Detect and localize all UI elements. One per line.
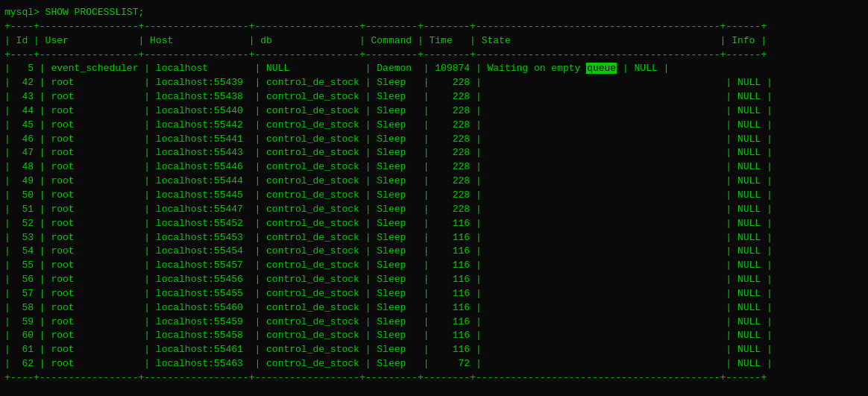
table-row: | 42 | root | localhost:55439 | control_… bbox=[3, 76, 865, 90]
table-row: | 53 | root | localhost:55453 | control_… bbox=[3, 231, 865, 245]
terminal-container: mysql> SHOW PROCESSLIST; +----+---------… bbox=[3, 6, 865, 386]
table-row: | 49 | root | localhost:55444 | control_… bbox=[3, 175, 865, 189]
table-row: | 47 | root | localhost:55443 | control_… bbox=[3, 146, 865, 160]
table-row: | 56 | root | localhost:55456 | control_… bbox=[3, 273, 865, 287]
table-row: | 44 | root | localhost:55440 | control_… bbox=[3, 104, 865, 119]
table-row: | 60 | root | localhost:55458 | control_… bbox=[3, 329, 865, 343]
table-row: | 46 | root | localhost:55441 | control_… bbox=[3, 133, 865, 147]
table-row: | 58 | root | localhost:55460 | control_… bbox=[3, 301, 865, 315]
table-row: | 48 | root | localhost:55446 | control_… bbox=[3, 160, 865, 175]
data-rows: | 5 | event_scheduler | localhost | NULL… bbox=[3, 62, 865, 385]
table-row: | 45 | root | localhost:55442 | control_… bbox=[3, 119, 865, 133]
prompt-line: mysql> SHOW PROCESSLIST; bbox=[3, 6, 865, 20]
table-row: | 62 | root | localhost:55463 | control_… bbox=[3, 357, 865, 371]
table-row: | 57 | root | localhost:55455 | control_… bbox=[3, 287, 865, 301]
table-row: | 55 | root | localhost:55457 | control_… bbox=[3, 259, 865, 273]
table-row: | 54 | root | localhost:55454 | control_… bbox=[3, 245, 865, 259]
separator-top: +----+-----------------+----------------… bbox=[3, 20, 865, 34]
table-row: | 61 | root | localhost:55461 | control_… bbox=[3, 343, 865, 357]
highlight-queue: queue bbox=[586, 63, 617, 74]
table-row: | 52 | root | localhost:55452 | control_… bbox=[3, 217, 865, 231]
table-row: | 50 | root | localhost:55445 | control_… bbox=[3, 189, 865, 203]
table-row: | 43 | root | localhost:55438 | control_… bbox=[3, 90, 865, 104]
table-row: | 59 | root | localhost:55459 | control_… bbox=[3, 315, 865, 330]
table-row: | 51 | root | localhost:55447 | control_… bbox=[3, 203, 865, 217]
header-row: | Id | User | Host | db | Command | Time… bbox=[3, 34, 865, 48]
separator-mid: +----+-----------------+----------------… bbox=[3, 48, 865, 63]
separator-bottom: +----+-----------------+----------------… bbox=[3, 371, 865, 386]
table-row: | 5 | event_scheduler | localhost | NULL… bbox=[3, 62, 865, 76]
